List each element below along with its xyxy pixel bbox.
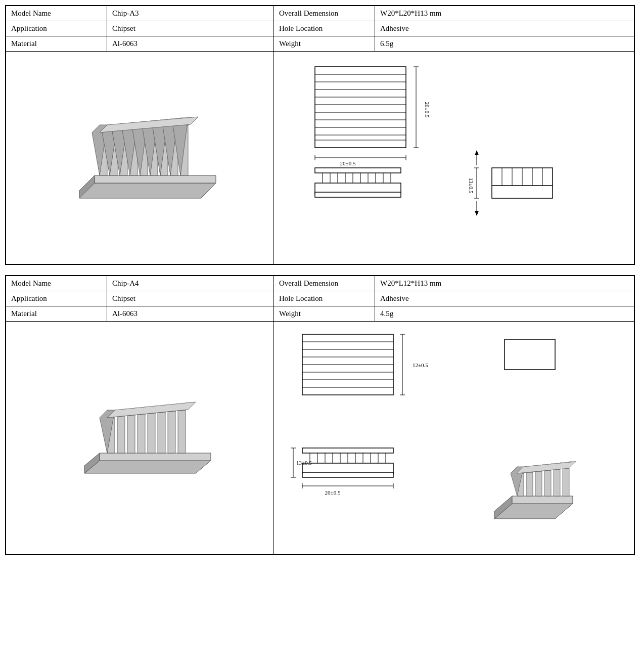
- product-card-chip-a4: Model Name Chip-A4 Overall Demension W20…: [5, 275, 635, 555]
- value-weight: 6.5g: [375, 36, 634, 51]
- svg-rect-50: [315, 183, 401, 193]
- value-material: Al-6063: [107, 36, 274, 51]
- info-row-application-a4: Application Chipset Hole Location Adhesi…: [6, 291, 634, 306]
- svg-rect-111: [505, 339, 555, 370]
- svg-rect-62: [315, 192, 401, 197]
- svg-rect-31: [315, 67, 406, 148]
- label-application: Application: [6, 21, 107, 36]
- tech-diagrams-a3: 20±0.5 20±0.5: [295, 57, 613, 259]
- svg-text:12±0.5: 12±0.5: [413, 362, 428, 368]
- label-material: Material: [6, 36, 107, 51]
- value-weight-a4: 4.5g: [375, 306, 634, 321]
- svg-marker-88: [138, 415, 145, 453]
- label-material-a4: Material: [6, 306, 107, 321]
- svg-rect-112: [302, 463, 393, 473]
- product-info-rows-a4: Model Name Chip-A4 Overall Demension W20…: [6, 276, 634, 322]
- value-application-a4: Chipset: [107, 291, 274, 306]
- svg-marker-148: [563, 468, 569, 496]
- svg-marker-2: [95, 175, 216, 183]
- value-application: Chipset: [107, 21, 274, 36]
- image-row: 20±0.5 20±0.5: [6, 52, 634, 264]
- svg-marker-140: [526, 472, 533, 496]
- svg-marker-96: [178, 411, 186, 453]
- heatsink-illustration-a3: [49, 77, 231, 239]
- svg-rect-61: [315, 168, 401, 173]
- label-application-a4: Application: [6, 291, 107, 306]
- label-weight-a4: Weight: [274, 306, 375, 321]
- info-row-model-a4: Model Name Chip-A4 Overall Demension W20…: [6, 276, 634, 291]
- svg-marker-144: [544, 470, 551, 496]
- technical-diagram-cell-a4: 12±0.5: [274, 322, 634, 554]
- svg-marker-78: [84, 461, 211, 473]
- label-hole-location: Hole Location: [274, 21, 375, 36]
- technical-diagram-cell-a3: 20±0.5 20±0.5: [274, 52, 634, 264]
- tech-diagrams-a4: 12±0.5: [287, 327, 621, 549]
- value-hole-location: Adhesive: [375, 21, 634, 36]
- svg-text:20±0.5: 20±0.5: [340, 160, 356, 166]
- info-row-model: Model Name Chip-A3 Overall Demension W20…: [6, 6, 634, 21]
- label-model-name-a4: Model Name: [6, 276, 107, 291]
- value-overall-demension-a4: W20*L12*H13 mm: [375, 276, 634, 291]
- value-hole-location-a4: Adhesive: [375, 291, 634, 306]
- svg-marker-0: [79, 183, 216, 198]
- svg-marker-84: [117, 417, 125, 453]
- svg-text:20±0.5: 20±0.5: [424, 102, 430, 118]
- svg-text:13±0.5: 13±0.5: [468, 178, 474, 194]
- svg-marker-90: [148, 414, 155, 453]
- svg-text:13±0.5: 13±0.5: [296, 460, 312, 466]
- svg-rect-125: [302, 472, 393, 477]
- product-card-chip-a3: Model Name Chip-A3 Overall Demension W20…: [5, 5, 635, 265]
- label-overall-demension-a4: Overall Demension: [274, 276, 375, 291]
- heatsink-illustration-a4: [54, 362, 226, 514]
- label-model-name: Model Name: [6, 6, 107, 21]
- info-row-application: Application Chipset Hole Location Adhesi…: [6, 21, 634, 36]
- svg-rect-124: [302, 448, 393, 453]
- info-row-material: Material Al-6063 Weight 6.5g: [6, 36, 634, 51]
- svg-marker-86: [127, 416, 135, 453]
- value-model-name: Chip-A3: [107, 6, 274, 21]
- svg-text:20±0.5: 20±0.5: [325, 489, 341, 496]
- product-photo-cell-a4: [6, 322, 274, 554]
- info-row-material-a4: Material Al-6063 Weight 4.5g: [6, 306, 634, 321]
- svg-marker-94: [168, 412, 175, 453]
- svg-marker-142: [535, 471, 542, 496]
- svg-marker-146: [554, 469, 560, 496]
- svg-marker-75: [475, 150, 479, 155]
- value-material-a4: Al-6063: [107, 306, 274, 321]
- svg-marker-80: [100, 453, 211, 461]
- svg-marker-136: [512, 496, 573, 504]
- value-overall-demension: W20*L20*H13 mm: [375, 6, 634, 21]
- value-model-name-a4: Chip-A4: [107, 276, 274, 291]
- product-photo-cell: [6, 52, 274, 264]
- svg-marker-92: [158, 413, 165, 453]
- label-overall-demension: Overall Demension: [274, 6, 375, 21]
- product-info-rows: Model Name Chip-A3 Overall Demension W20…: [6, 6, 634, 52]
- label-hole-location-a4: Hole Location: [274, 291, 375, 306]
- image-row-a4: 12±0.5: [6, 322, 634, 554]
- label-weight: Weight: [274, 36, 375, 51]
- svg-marker-77: [475, 211, 479, 216]
